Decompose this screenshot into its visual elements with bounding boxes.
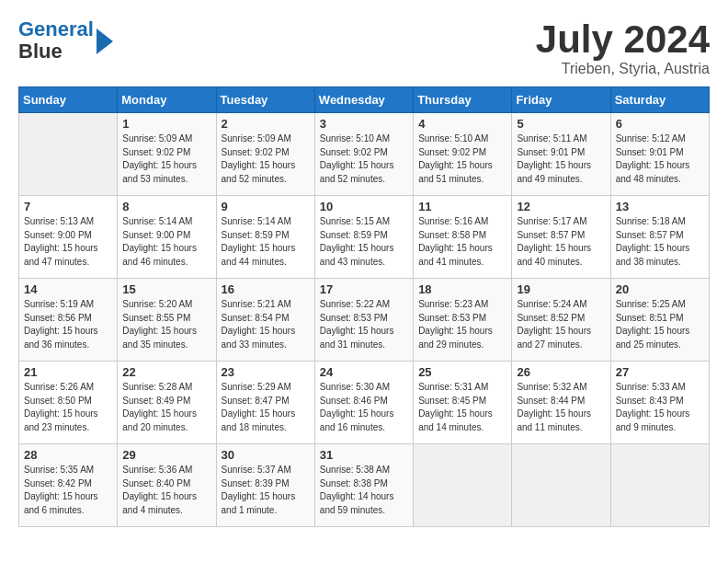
day-number: 15 <box>122 282 210 296</box>
day-number: 14 <box>24 282 112 296</box>
day-info: Sunrise: 5:28 AM Sunset: 8:49 PM Dayligh… <box>122 381 210 434</box>
calendar-cell: 16Sunrise: 5:21 AM Sunset: 8:54 PM Dayli… <box>216 279 314 362</box>
day-info: Sunrise: 5:29 AM Sunset: 8:47 PM Dayligh… <box>222 381 310 434</box>
header-day-thursday: Thursday <box>414 87 512 113</box>
day-number: 25 <box>418 365 506 379</box>
calendar-cell: 13Sunrise: 5:18 AM Sunset: 8:57 PM Dayli… <box>610 196 709 279</box>
calendar-cell: 14Sunrise: 5:19 AM Sunset: 8:56 PM Dayli… <box>19 279 118 362</box>
day-number: 23 <box>222 365 310 379</box>
day-info: Sunrise: 5:37 AM Sunset: 8:39 PM Dayligh… <box>222 464 310 517</box>
location: Trieben, Styria, Austria <box>536 61 710 77</box>
day-number: 13 <box>616 200 704 213</box>
day-number: 7 <box>24 200 112 213</box>
day-number: 18 <box>418 282 506 296</box>
day-number: 6 <box>616 117 704 131</box>
day-number: 3 <box>320 117 408 131</box>
day-number: 9 <box>222 200 310 213</box>
day-info: Sunrise: 5:14 AM Sunset: 9:00 PM Dayligh… <box>122 215 210 269</box>
day-number: 4 <box>418 117 506 131</box>
day-info: Sunrise: 5:15 AM Sunset: 8:59 PM Dayligh… <box>320 215 408 269</box>
day-number: 21 <box>24 365 112 379</box>
day-info: Sunrise: 5:36 AM Sunset: 8:40 PM Dayligh… <box>122 464 210 517</box>
header-day-wednesday: Wednesday <box>314 87 413 113</box>
day-info: Sunrise: 5:22 AM Sunset: 8:53 PM Dayligh… <box>320 298 408 351</box>
calendar-cell: 10Sunrise: 5:15 AM Sunset: 8:59 PM Dayli… <box>314 196 413 279</box>
calendar-cell <box>610 444 709 527</box>
calendar-cell: 12Sunrise: 5:17 AM Sunset: 8:57 PM Dayli… <box>512 196 610 279</box>
day-number: 11 <box>418 200 506 213</box>
day-number: 22 <box>122 365 210 379</box>
day-info: Sunrise: 5:31 AM Sunset: 8:45 PM Dayligh… <box>418 381 506 434</box>
calendar-cell: 18Sunrise: 5:23 AM Sunset: 8:53 PM Dayli… <box>414 279 512 362</box>
calendar-week-row: 28Sunrise: 5:35 AM Sunset: 8:42 PM Dayli… <box>19 444 710 527</box>
calendar-week-row: 1Sunrise: 5:09 AM Sunset: 9:02 PM Daylig… <box>19 113 710 196</box>
day-number: 1 <box>122 117 210 131</box>
calendar-cell: 9Sunrise: 5:14 AM Sunset: 8:59 PM Daylig… <box>216 196 314 279</box>
calendar-week-row: 7Sunrise: 5:13 AM Sunset: 9:00 PM Daylig… <box>19 196 710 279</box>
header-day-tuesday: Tuesday <box>216 87 314 113</box>
calendar-cell: 28Sunrise: 5:35 AM Sunset: 8:42 PM Dayli… <box>19 444 118 527</box>
day-info: Sunrise: 5:23 AM Sunset: 8:53 PM Dayligh… <box>418 298 506 351</box>
calendar-cell: 7Sunrise: 5:13 AM Sunset: 9:00 PM Daylig… <box>19 196 118 279</box>
calendar-cell: 22Sunrise: 5:28 AM Sunset: 8:49 PM Dayli… <box>118 362 216 444</box>
day-info: Sunrise: 5:10 AM Sunset: 9:02 PM Dayligh… <box>418 132 506 186</box>
calendar-cell: 25Sunrise: 5:31 AM Sunset: 8:45 PM Dayli… <box>414 362 512 444</box>
logo-text: General Blue <box>18 18 94 63</box>
day-number: 19 <box>517 282 605 296</box>
day-info: Sunrise: 5:10 AM Sunset: 9:02 PM Dayligh… <box>320 132 408 186</box>
logo: General Blue <box>18 18 113 63</box>
day-number: 28 <box>24 448 112 462</box>
calendar-cell: 31Sunrise: 5:38 AM Sunset: 8:38 PM Dayli… <box>314 444 413 527</box>
day-info: Sunrise: 5:19 AM Sunset: 8:56 PM Dayligh… <box>24 298 112 351</box>
day-info: Sunrise: 5:32 AM Sunset: 8:44 PM Dayligh… <box>517 381 605 434</box>
day-info: Sunrise: 5:30 AM Sunset: 8:46 PM Dayligh… <box>320 381 408 434</box>
calendar-cell <box>512 444 610 527</box>
logo-line2: Blue <box>18 40 63 63</box>
calendar-cell <box>19 113 118 196</box>
calendar-cell: 27Sunrise: 5:33 AM Sunset: 8:43 PM Dayli… <box>610 362 709 444</box>
calendar-cell: 26Sunrise: 5:32 AM Sunset: 8:44 PM Dayli… <box>512 362 610 444</box>
day-number: 8 <box>122 200 210 213</box>
page-header: General Blue July 2024 Trieben, Styria, … <box>18 18 710 77</box>
month-title: July 2024 <box>536 18 710 61</box>
day-number: 31 <box>320 448 408 462</box>
day-info: Sunrise: 5:33 AM Sunset: 8:43 PM Dayligh… <box>616 381 704 434</box>
day-number: 2 <box>222 117 310 131</box>
header-day-saturday: Saturday <box>610 87 709 113</box>
day-number: 24 <box>320 365 408 379</box>
calendar-cell: 21Sunrise: 5:26 AM Sunset: 8:50 PM Dayli… <box>19 362 118 444</box>
calendar-cell: 6Sunrise: 5:12 AM Sunset: 9:01 PM Daylig… <box>610 113 709 196</box>
calendar-cell: 30Sunrise: 5:37 AM Sunset: 8:39 PM Dayli… <box>216 444 314 527</box>
day-info: Sunrise: 5:11 AM Sunset: 9:01 PM Dayligh… <box>517 132 605 186</box>
title-section: July 2024 Trieben, Styria, Austria <box>536 18 710 77</box>
day-number: 12 <box>517 200 605 213</box>
day-number: 5 <box>517 117 605 131</box>
calendar-cell: 29Sunrise: 5:36 AM Sunset: 8:40 PM Dayli… <box>118 444 216 527</box>
day-info: Sunrise: 5:25 AM Sunset: 8:51 PM Dayligh… <box>616 298 704 351</box>
day-info: Sunrise: 5:26 AM Sunset: 8:50 PM Dayligh… <box>24 381 112 434</box>
day-number: 27 <box>616 365 704 379</box>
day-info: Sunrise: 5:09 AM Sunset: 9:02 PM Dayligh… <box>122 132 210 186</box>
day-number: 17 <box>320 282 408 296</box>
calendar-cell: 17Sunrise: 5:22 AM Sunset: 8:53 PM Dayli… <box>314 279 413 362</box>
header-day-monday: Monday <box>118 87 216 113</box>
calendar-cell: 20Sunrise: 5:25 AM Sunset: 8:51 PM Dayli… <box>610 279 709 362</box>
day-info: Sunrise: 5:17 AM Sunset: 8:57 PM Dayligh… <box>517 215 605 269</box>
calendar-cell: 3Sunrise: 5:10 AM Sunset: 9:02 PM Daylig… <box>314 113 413 196</box>
day-number: 30 <box>222 448 310 462</box>
day-info: Sunrise: 5:38 AM Sunset: 8:38 PM Dayligh… <box>320 464 408 517</box>
calendar-cell: 11Sunrise: 5:16 AM Sunset: 8:58 PM Dayli… <box>414 196 512 279</box>
day-number: 16 <box>222 282 310 296</box>
day-info: Sunrise: 5:09 AM Sunset: 9:02 PM Dayligh… <box>222 132 310 186</box>
calendar-week-row: 21Sunrise: 5:26 AM Sunset: 8:50 PM Dayli… <box>19 362 710 444</box>
day-number: 10 <box>320 200 408 213</box>
day-info: Sunrise: 5:16 AM Sunset: 8:58 PM Dayligh… <box>418 215 506 269</box>
day-number: 29 <box>122 448 210 462</box>
day-info: Sunrise: 5:13 AM Sunset: 9:00 PM Dayligh… <box>24 215 112 269</box>
calendar-cell: 8Sunrise: 5:14 AM Sunset: 9:00 PM Daylig… <box>118 196 216 279</box>
calendar-cell <box>414 444 512 527</box>
day-info: Sunrise: 5:18 AM Sunset: 8:57 PM Dayligh… <box>616 215 704 269</box>
calendar-cell: 24Sunrise: 5:30 AM Sunset: 8:46 PM Dayli… <box>314 362 413 444</box>
calendar-table: SundayMondayTuesdayWednesdayThursdayFrid… <box>18 86 710 527</box>
logo-arrow-icon <box>97 29 113 54</box>
